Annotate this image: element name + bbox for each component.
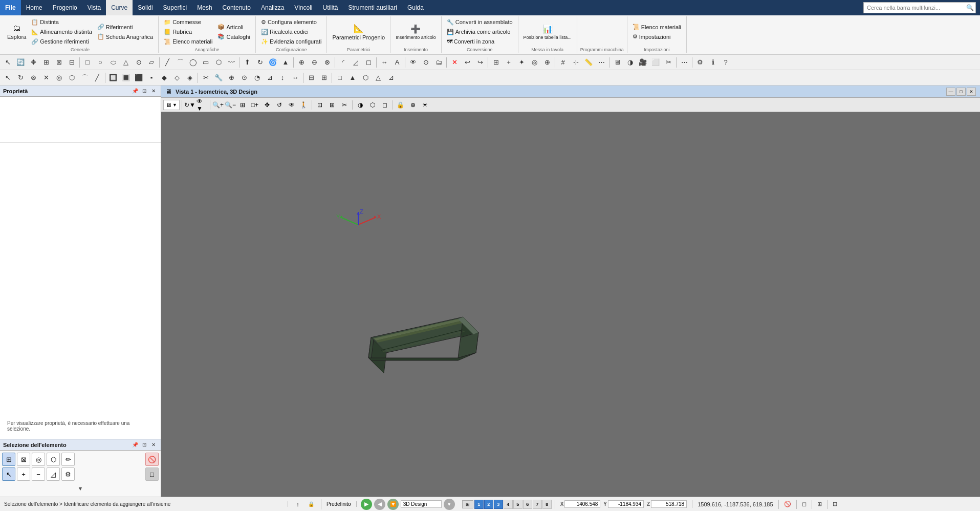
tb-sphere-btn[interactable]: ○ xyxy=(94,56,106,69)
vp-light-btn[interactable]: ☀ xyxy=(420,99,431,111)
menu-solidi[interactable]: Solidi xyxy=(133,0,158,15)
tb-cut-btn[interactable]: ✂ xyxy=(662,56,674,69)
vp-pan-btn[interactable]: ✥ xyxy=(262,99,273,111)
tb-info-btn[interactable]: ℹ xyxy=(707,56,719,69)
tb2-edit7-btn[interactable]: ↕ xyxy=(276,72,289,84)
menu-vista[interactable]: Vista xyxy=(82,0,106,15)
tb2-scale-btn[interactable]: ⊗ xyxy=(27,72,39,84)
ribbon-btn-esplora[interactable]: 🗂 Esplora xyxy=(5,20,28,43)
tb2-3d3-btn[interactable]: ⬛ xyxy=(133,72,145,84)
tb-diff-btn[interactable]: ⊖ xyxy=(308,56,320,69)
tb2-more3-btn[interactable]: ⬡ xyxy=(359,72,372,84)
ribbon-btn-allineamento[interactable]: 📐 Allineamento distinta xyxy=(29,27,94,36)
tb-cylinder-btn[interactable]: ⬭ xyxy=(107,56,119,69)
tb-snap-btn[interactable]: ⊞ xyxy=(490,56,502,69)
ribbon-btn-rubrica[interactable]: 📒 Rubrica xyxy=(162,27,214,36)
vp-view2-dropdown[interactable]: 👁▼ xyxy=(197,99,208,111)
vp-close-btn[interactable]: ✕ xyxy=(967,88,976,96)
tb-shell-btn[interactable]: ◻ xyxy=(362,56,375,69)
tb-render-btn[interactable]: 🎥 xyxy=(637,56,649,69)
ribbon-btn-converti-zona[interactable]: 🗺 Converti in zona xyxy=(445,37,515,46)
vp-target-btn[interactable]: ⊕ xyxy=(407,99,419,111)
menu-utilita[interactable]: Utilità xyxy=(318,0,343,15)
menu-vincoli[interactable]: Vincoli xyxy=(289,0,317,15)
menu-curve[interactable]: Curve xyxy=(106,0,133,15)
nav-up-btn[interactable]: ↑ xyxy=(292,499,303,509)
tb-layer-btn[interactable]: 🗂 xyxy=(432,56,445,69)
tb2-circ-btn[interactable]: ◎ xyxy=(53,72,65,84)
tb2-edit3-btn[interactable]: ⊕ xyxy=(225,72,237,84)
tb-more1-btn[interactable]: ⋯ xyxy=(595,56,607,69)
viewport-canvas[interactable]: X Y Z xyxy=(161,112,980,497)
nav-lock-btn[interactable]: 🔒 xyxy=(306,499,317,509)
tb2-more2-btn[interactable]: ▲ xyxy=(346,72,359,84)
ribbon-btn-impostazioni[interactable]: ⚙ Impostazioni xyxy=(630,32,683,41)
ribbon-btn-elenco-mat2[interactable]: 📜 Elenco materiali xyxy=(630,23,683,32)
sel-action-btn[interactable]: □ xyxy=(145,467,159,481)
sel-arrow-btn[interactable]: ↖ xyxy=(2,467,15,481)
tab-8-btn[interactable]: 8 xyxy=(542,500,552,509)
ribbon-btn-configura[interactable]: ⚙ Configura elemento xyxy=(259,17,324,27)
vp-look-btn[interactable]: 👁 xyxy=(286,99,297,111)
menu-progenio[interactable]: Progenio xyxy=(48,0,82,15)
sel-mode-btn[interactable]: ◿ xyxy=(47,467,60,481)
tb-select-btn[interactable]: ↖ xyxy=(2,56,14,69)
vp-ortho-btn[interactable]: ⊞ xyxy=(326,99,338,111)
properties-pin-btn[interactable]: 📌 xyxy=(131,87,139,95)
tb-mirror-btn[interactable]: ⊠ xyxy=(53,56,65,69)
tb-ortho-btn[interactable]: + xyxy=(503,56,515,69)
tb-rotate-btn[interactable]: 🔄 xyxy=(14,56,27,69)
sel-cross-btn[interactable]: ⊠ xyxy=(17,453,30,466)
tb2-3d1-btn[interactable]: 🔲 xyxy=(107,72,119,84)
tab-5-btn[interactable]: 5 xyxy=(513,500,522,509)
tb-revolve-btn[interactable]: ↻ xyxy=(254,56,266,69)
tb2-poly2-btn[interactable]: ⬡ xyxy=(66,72,78,84)
tb2-3d7-btn[interactable]: ◈ xyxy=(184,72,196,84)
vp-zoom-in-btn[interactable]: 🔍+ xyxy=(212,99,224,111)
tb2-more4-btn[interactable]: △ xyxy=(372,72,384,84)
tb2-3d4-btn[interactable]: ▪ xyxy=(145,72,158,84)
tb2-edit4-btn[interactable]: ⊙ xyxy=(238,72,250,84)
ribbon-btn-articoli[interactable]: 📦 Articoli xyxy=(215,23,252,32)
tab-4-btn[interactable]: 4 xyxy=(504,500,513,509)
sel-poly-btn[interactable]: ⬡ xyxy=(47,453,60,466)
tb-rect-btn[interactable]: ▭ xyxy=(200,56,212,69)
properties-float-btn[interactable]: ⊡ xyxy=(140,87,148,95)
ribbon-btn-archivia[interactable]: 💾 Archivia come articolo xyxy=(445,27,515,36)
tb-move-btn[interactable]: ✥ xyxy=(27,56,39,69)
sel-minus-btn[interactable]: − xyxy=(32,467,45,481)
tb2-line2-btn[interactable]: ╱ xyxy=(91,72,103,84)
ribbon-btn-scheda[interactable]: 📋 Scheda Anagrafica xyxy=(95,32,155,41)
tb-measure-btn[interactable]: 📏 xyxy=(582,56,595,69)
tb-shading-btn[interactable]: ◑ xyxy=(624,56,636,69)
menu-strumenti[interactable]: Strumenti ausiliari xyxy=(343,0,402,15)
tb-redo-btn[interactable]: ↪ xyxy=(474,56,486,69)
ribbon-btn-ricalcola[interactable]: 🔄 Ricalcola codici xyxy=(259,27,324,36)
sel-free-btn[interactable]: ✏ xyxy=(61,453,75,466)
selection-pin-btn[interactable]: 📌 xyxy=(131,441,139,449)
tb-loft-btn[interactable]: ▲ xyxy=(279,56,292,69)
layer-state-btn[interactable]: 🔽 xyxy=(387,499,399,510)
tb-settings-btn[interactable]: ⚙ xyxy=(694,56,706,69)
tb-box-btn[interactable]: □ xyxy=(81,56,94,69)
vp-hidden-btn[interactable]: ◻ xyxy=(379,99,390,111)
coord-z-value[interactable]: 518.718 xyxy=(651,500,687,508)
tb-arc-btn[interactable]: ⌒ xyxy=(174,56,186,69)
tab-3-btn[interactable]: 3 xyxy=(494,500,503,509)
tab-7-btn[interactable]: 7 xyxy=(533,500,542,509)
tb2-more5-btn[interactable]: ⊿ xyxy=(385,72,397,84)
tb-union-btn[interactable]: ⊕ xyxy=(295,56,308,69)
vp-rotate-dropdown[interactable]: ↻▼ xyxy=(184,99,195,111)
vp-shade-btn[interactable]: ◑ xyxy=(355,99,366,111)
ribbon-btn-distinta[interactable]: 📋 Distinta xyxy=(29,17,94,27)
tb2-edit8-btn[interactable]: ↔ xyxy=(289,72,301,84)
tb-poly-btn[interactable]: ⬡ xyxy=(212,56,225,69)
tb2-edit6-btn[interactable]: ⊿ xyxy=(264,72,276,84)
tb-delete-btn[interactable]: ✕ xyxy=(448,56,461,69)
vp-zoom-fit-btn[interactable]: ⊞ xyxy=(237,99,248,111)
vp-restore-btn[interactable]: □ xyxy=(956,88,966,96)
nav-layout-btn[interactable]: ⊞ xyxy=(462,500,473,508)
tb2-arc2-btn[interactable]: ⌒ xyxy=(78,72,91,84)
vp-wire-btn[interactable]: ⬡ xyxy=(367,99,378,111)
tb-spline-btn[interactable]: 〰 xyxy=(225,56,237,69)
